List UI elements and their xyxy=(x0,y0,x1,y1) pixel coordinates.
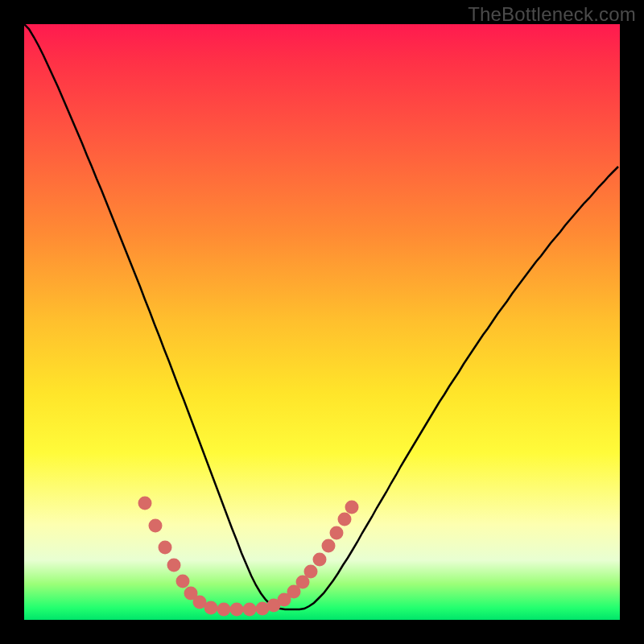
curve-dot xyxy=(217,603,231,617)
bottleneck-curve xyxy=(24,24,618,609)
curve-dot xyxy=(338,513,352,526)
curve-dot xyxy=(330,526,344,540)
watermark-label: TheBottleneck.com xyxy=(468,3,636,26)
curve-dot xyxy=(322,539,336,553)
chart-frame: TheBottleneck.com xyxy=(0,0,644,644)
curve-dots-group xyxy=(138,497,359,617)
curve-dot xyxy=(149,519,163,533)
curve-dot xyxy=(204,601,218,615)
chart-svg xyxy=(24,24,620,620)
curve-dot xyxy=(313,553,327,567)
curve-dot xyxy=(159,541,172,555)
curve-dot xyxy=(304,565,318,579)
curve-dot xyxy=(345,501,359,514)
curve-dot xyxy=(167,559,181,572)
plot-area xyxy=(24,24,620,620)
curve-dot xyxy=(176,575,190,588)
curve-dot xyxy=(138,497,152,510)
curve-dot xyxy=(230,603,244,617)
curve-dot xyxy=(243,603,257,617)
